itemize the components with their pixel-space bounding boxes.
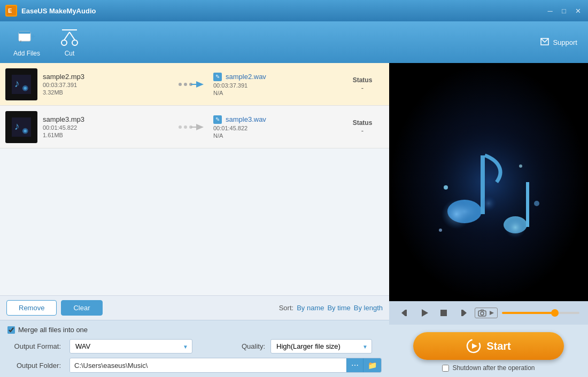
sort-by-length[interactable]: By length [354, 304, 383, 312]
svg-point-38 [481, 195, 497, 211]
svg-point-30 [419, 118, 558, 246]
sort-label: Sort: [279, 304, 293, 312]
settings-area: Merge all files into one Output Format: … [0, 320, 389, 377]
svg-point-42 [439, 229, 442, 232]
format-select-wrapper: WAV MP3 FLAC AAC OGG M4A [69, 339, 192, 354]
quality-label: Quality: [212, 342, 265, 350]
support-button[interactable]: Support [540, 37, 577, 47]
cut-icon [59, 27, 80, 48]
svg-text:♪: ♪ [20, 39, 22, 43]
app-title: EaseUS MakeMyAudio [21, 7, 96, 15]
player-controls [389, 301, 588, 325]
svg-point-15 [24, 87, 27, 89]
app-logo: E [5, 5, 17, 17]
stop-button[interactable] [436, 305, 451, 320]
svg-point-25 [179, 125, 182, 129]
output-extra: N/A [213, 90, 341, 96]
cut-button[interactable]: Cut [53, 27, 86, 57]
sort-by-time[interactable]: By time [327, 304, 350, 312]
table-row[interactable]: ♪ sample2.mp3 00:03:37.391 3.32MB [0, 63, 389, 106]
music-visual [389, 63, 588, 301]
bottom-controls: Remove Clear Sort: By name By time By le… [0, 295, 389, 320]
preview-area [389, 63, 588, 301]
output-duration: 00:03:37.391 [213, 82, 341, 89]
play-button[interactable] [417, 305, 432, 320]
status-area: Status - [341, 119, 384, 135]
add-files-label: Add Files [13, 50, 40, 57]
quality-select[interactable]: High(Larger file size) Medium Low [270, 339, 372, 354]
format-label: Output Format: [7, 342, 61, 350]
file-info: sample2.mp3 00:03:37.391 3.32MB [43, 73, 171, 96]
svg-point-26 [184, 125, 187, 129]
quality-select-wrapper: High(Larger file size) Medium Low [270, 339, 372, 354]
titlebar-controls: ─ □ ✕ [545, 6, 583, 15]
svg-point-41 [534, 201, 539, 206]
start-area: Start Shutdown after the operation [389, 325, 588, 377]
svg-line-9 [64, 32, 69, 40]
browse-button[interactable]: ⋯ [346, 358, 363, 372]
file-name: sample3.mp3 [43, 115, 171, 123]
add-files-button[interactable]: + ▶ ♪ Add Files [11, 27, 43, 57]
clear-button[interactable]: Clear [61, 300, 102, 316]
output-name: sample3.wav [213, 115, 341, 124]
edit-icon [213, 73, 222, 81]
remove-button[interactable]: Remove [6, 300, 57, 316]
svg-marker-28 [196, 124, 204, 130]
cut-label: Cut [65, 50, 75, 57]
minimize-button[interactable]: ─ [545, 6, 555, 15]
start-label: Start [486, 340, 511, 352]
status-value: - [341, 84, 384, 92]
table-row[interactable]: ♪ sample3.mp3 00:01:45.822 1.61MB [0, 106, 389, 148]
folder-row: Output Folder: ⋯ 📁 [7, 358, 382, 373]
format-row: Output Format: WAV MP3 FLAC AAC OGG M4A … [7, 339, 382, 354]
status-value: - [341, 127, 384, 135]
maximize-button[interactable]: □ [559, 6, 569, 15]
output-info: sample2.wav 00:03:37.391 N/A [213, 73, 341, 96]
svg-text:♪: ♪ [14, 120, 20, 131]
titlebar-left: E EaseUS MakeMyAudio [5, 5, 96, 17]
svg-point-39 [444, 185, 448, 190]
file-duration: 00:03:37.391 [43, 82, 171, 88]
shutdown-row: Shutdown after the operation [442, 364, 535, 372]
output-name: sample2.wav [213, 73, 341, 81]
titlebar: E EaseUS MakeMyAudio ─ □ ✕ [0, 0, 588, 21]
file-name: sample2.mp3 [43, 73, 171, 81]
edit-icon [213, 115, 222, 124]
svg-point-36 [442, 199, 471, 229]
shutdown-checkbox[interactable] [442, 365, 449, 372]
skip-forward-button[interactable] [455, 305, 470, 320]
format-select[interactable]: WAV MP3 FLAC AAC OGG M4A [69, 339, 192, 354]
status-label: Status [341, 119, 384, 127]
merge-checkbox[interactable] [7, 326, 15, 334]
folder-label: Output Folder: [7, 362, 61, 370]
svg-point-8 [72, 40, 78, 45]
svg-point-40 [519, 164, 522, 168]
file-thumbnail: ♪ [5, 68, 37, 100]
svg-marker-53 [472, 343, 477, 349]
output-duration: 00:01:45.822 [213, 125, 341, 131]
file-duration: 00:01:45.822 [43, 124, 171, 131]
skip-back-button[interactable] [398, 305, 413, 320]
merge-row: Merge all files into one [7, 326, 382, 334]
svg-point-50 [481, 312, 484, 315]
folder-path-input[interactable] [70, 359, 346, 372]
svg-rect-46 [440, 310, 447, 316]
svg-point-7 [61, 40, 67, 45]
action-row: Remove Clear Sort: By name By time By le… [6, 300, 383, 316]
sort-by-name[interactable]: By name [297, 304, 324, 312]
camera-button[interactable] [475, 308, 498, 318]
left-panel: ♪ sample2.mp3 00:03:37.391 3.32MB [0, 63, 389, 377]
svg-rect-48 [461, 310, 463, 316]
svg-marker-19 [196, 81, 204, 88]
svg-point-16 [179, 83, 182, 86]
volume-slider[interactable] [502, 312, 579, 314]
open-folder-button[interactable]: 📁 [363, 358, 381, 372]
svg-rect-35 [526, 182, 529, 227]
svg-rect-3 [19, 32, 30, 34]
svg-text:E: E [8, 7, 12, 14]
svg-point-37 [505, 217, 526, 238]
file-info: sample3.mp3 00:01:45.822 1.61MB [43, 115, 171, 138]
start-button[interactable]: Start [413, 332, 564, 360]
file-size: 3.32MB [43, 89, 171, 96]
close-button[interactable]: ✕ [573, 6, 583, 15]
